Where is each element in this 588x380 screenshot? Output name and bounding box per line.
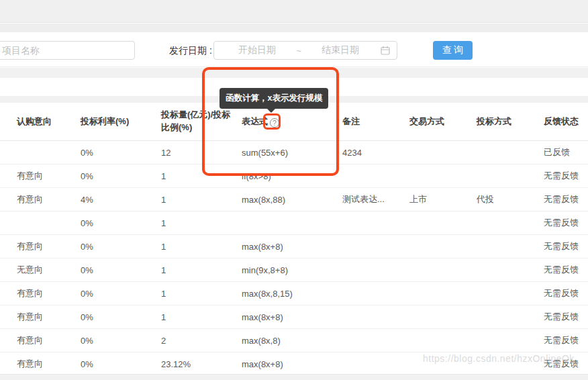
cell-expression: max(8x,8,15) bbox=[242, 289, 342, 299]
cell-intention: 有意向 bbox=[0, 193, 81, 205]
issue-date-label: 发行日期 : bbox=[169, 41, 212, 60]
cell-expression: max(8x,88) bbox=[242, 195, 342, 205]
calendar-icon[interactable] bbox=[381, 46, 390, 55]
cell-intention: 有意向 bbox=[0, 311, 81, 323]
cell-amount: 23.12% bbox=[161, 359, 242, 369]
cell-amount: 1 bbox=[161, 242, 242, 252]
table-body: 0%12sum(55x+6)4234已反馈有意向0%1if(8x>8)无需反馈有… bbox=[0, 141, 588, 376]
cell-rate: 0% bbox=[81, 336, 161, 346]
cell-feedback: 无需反馈 bbox=[544, 193, 588, 205]
cell-feedback: 无需反馈 bbox=[544, 240, 588, 252]
top-gray-band bbox=[0, 0, 588, 23]
app-window: 发行日期 : 开始日期 ~ 结束日期 查询 认购意向 投标利率(%) 投标量(亿… bbox=[0, 0, 588, 380]
section-divider-band bbox=[0, 68, 588, 78]
cell-feedback: 无需反馈 bbox=[544, 170, 588, 182]
table-row: 0%1无需反馈 bbox=[0, 211, 588, 235]
cell-intention: 有意向 bbox=[0, 358, 81, 370]
cell-amount: 1 bbox=[161, 195, 242, 205]
project-name-input[interactable] bbox=[0, 41, 135, 60]
cell-expression: sum(55x+6) bbox=[242, 148, 342, 158]
header-feedback: 反馈状态 bbox=[544, 115, 588, 128]
table-row: 有意向0%2max(8x,8)无需反馈 bbox=[0, 329, 588, 352]
cell-amount: 2 bbox=[161, 336, 242, 346]
search-button[interactable]: 查询 bbox=[433, 41, 473, 60]
cell-feedback: 无需反馈 bbox=[544, 264, 588, 276]
cell-intention: 有意向 bbox=[0, 334, 81, 346]
header-amount: 投标量(亿元)/投标 比例(%) bbox=[161, 109, 242, 134]
cell-feedback: 无需反馈 bbox=[544, 287, 588, 299]
header-amount-line2: 比例(%) bbox=[161, 122, 242, 134]
date-range-picker[interactable]: 开始日期 ~ 结束日期 bbox=[213, 41, 397, 60]
cell-amount: 1 bbox=[161, 265, 242, 275]
cell-intention: 有意向 bbox=[0, 240, 81, 252]
cell-rate: 0% bbox=[81, 312, 161, 322]
date-range-separator: ~ bbox=[293, 46, 304, 56]
cell-expression: if(8x>8) bbox=[242, 171, 342, 181]
header-bid: 投标方式 bbox=[477, 115, 544, 128]
watermark: https://blog.csdn.net/hzxOnlineOk bbox=[423, 353, 575, 364]
cell-rate: 0% bbox=[81, 265, 161, 275]
cell-bid: 代投 bbox=[477, 193, 544, 205]
cell-rate: 0% bbox=[81, 242, 161, 252]
cell-rate: 0% bbox=[81, 289, 161, 299]
cell-rate: 0% bbox=[81, 148, 161, 158]
cell-amount: 1 bbox=[161, 171, 242, 181]
help-icon[interactable]: ? bbox=[270, 118, 279, 128]
cell-expression: min(9x,8+8) bbox=[242, 265, 342, 275]
cell-intention: 无意向 bbox=[0, 264, 81, 276]
cell-amount: 1 bbox=[161, 289, 242, 299]
cell-remark: 4234 bbox=[342, 148, 409, 158]
header-trade: 交易方式 bbox=[409, 115, 477, 128]
header-rate: 投标利率(%) bbox=[81, 115, 161, 128]
start-date-field[interactable]: 开始日期 bbox=[221, 44, 293, 56]
cell-rate: 0% bbox=[81, 359, 161, 369]
header-remark: 备注 bbox=[342, 115, 409, 128]
table-row: 无意向0%1min(9x,8+8)无需反馈 bbox=[0, 258, 588, 282]
filter-bar: 发行日期 : 开始日期 ~ 结束日期 查询 bbox=[0, 32, 588, 67]
bids-table: 认购意向 投标利率(%) 投标量(亿元)/投标 比例(%) 表达式? 备注 交易… bbox=[0, 103, 588, 376]
header-intention: 认购意向 bbox=[0, 115, 81, 128]
header-amount-line1: 投标量(亿元)/投标 bbox=[161, 109, 242, 122]
cell-trade: 上市 bbox=[409, 193, 477, 205]
cell-feedback: 无需反馈 bbox=[544, 217, 588, 229]
cell-rate: 0% bbox=[81, 171, 161, 181]
table-row: 有意向0%1max(8x+8)无需反馈 bbox=[0, 235, 588, 258]
cell-expression: max(8x+8) bbox=[242, 242, 342, 252]
table-row: 0%12sum(55x+6)4234已反馈 bbox=[0, 141, 588, 164]
table-row: 有意向4%1max(8x,88)测试表达...上市代投无需反馈 bbox=[0, 188, 588, 211]
cell-intention: 有意向 bbox=[0, 287, 81, 299]
cell-expression: max(8x+8) bbox=[242, 312, 342, 322]
cell-rate: 0% bbox=[81, 218, 161, 228]
top-gray-band-2 bbox=[0, 23, 588, 32]
header-expression-label: 表达式 bbox=[242, 116, 268, 126]
cell-expression: max(8x+8) bbox=[242, 359, 342, 369]
cell-feedback: 已反馈 bbox=[544, 146, 588, 158]
table-row: 有意向0%1if(8x>8)无需反馈 bbox=[0, 164, 588, 188]
tooltip-arrow-icon bbox=[267, 109, 275, 113]
cell-feedback: 无需反馈 bbox=[544, 334, 588, 346]
cell-intention: 有意向 bbox=[0, 170, 81, 182]
cell-feedback: 无需反馈 bbox=[544, 311, 588, 323]
table-row: 有意向0%1max(8x,8,15)无需反馈 bbox=[0, 282, 588, 305]
cell-amount: 12 bbox=[161, 148, 242, 158]
cell-amount: 1 bbox=[161, 218, 242, 228]
cell-expression: max(8x,8) bbox=[242, 336, 342, 346]
cell-rate: 4% bbox=[81, 195, 161, 205]
table-row: 有意向0%1max(8x+8)无需反馈 bbox=[0, 305, 588, 329]
tooltip: 函数计算，x表示发行规模 bbox=[219, 88, 328, 109]
cell-amount: 1 bbox=[161, 312, 242, 322]
cell-remark: 测试表达... bbox=[342, 193, 409, 205]
bottom-gray-band bbox=[0, 374, 588, 380]
header-expression: 表达式? bbox=[242, 115, 342, 128]
tooltip-text: 函数计算，x表示发行规模 bbox=[226, 93, 322, 103]
end-date-field[interactable]: 结束日期 bbox=[304, 44, 377, 56]
